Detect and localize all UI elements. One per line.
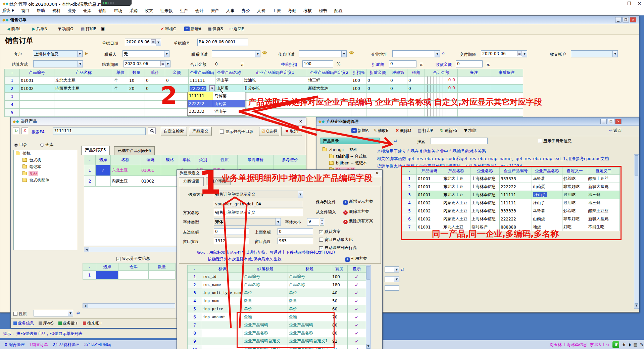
show-subclass-checkbox[interactable]: ✓显示分子类信息 [116,256,150,261]
table-row[interactable]: 3 ▼ [5,93,523,101]
product-define-button[interactable]: 产品定义 [189,127,212,136]
swap-icon[interactable]: ⇄ [394,138,397,143]
delete-all-plans-button[interactable]: ✕删除所有方案 [343,218,373,224]
menu-item[interactable]: 仓库 [83,8,91,14]
phone-icon[interactable]: ☎ [349,51,354,55]
menu-item[interactable]: 窗口 [21,8,30,14]
menu-item[interactable]: 资产 [211,8,219,14]
table-row[interactable]: 5 ▼ [5,109,523,117]
menu-item[interactable]: 工资 [273,8,281,14]
dropdown-item[interactable]: 333333 洋山芋 [188,108,245,115]
delete-button[interactable]: ✖删除D [396,128,411,134]
partial-combo[interactable]: ▼ [385,276,399,282]
customer-combo[interactable]: 上海林伞信息▼ [33,50,83,57]
tab-product-list[interactable]: 产品列表F5 [81,146,110,155]
menu-item[interactable]: 会计 [195,8,204,14]
minimize-icon[interactable]: ▁ [615,17,622,22]
menu-item[interactable]: 秘书 [319,8,327,14]
font-combo[interactable]: 宋体▼ [214,218,281,226]
table-row[interactable]: 4 01002 内蒙更大土豆 上海林伞信息 111111 洋山芋 过油吃 地三鲜 [402,199,620,207]
save-button[interactable]: ▦保存S [208,26,223,32]
new-plan-button[interactable]: +新增显示方案 [343,199,373,205]
add-button[interactable]: +新增A [351,128,368,134]
menu-item[interactable]: 销售 [98,8,107,14]
tab-user-fields[interactable]: 用户字段 [206,177,231,185]
read-from-file-button[interactable]: 从文件读入 [316,209,336,215]
tab-business-info[interactable]: 业务信息 [13,320,34,326]
menu-item[interactable]: 收支 [145,8,153,14]
close-icon[interactable]: ✕ [615,119,622,124]
phone-icon[interactable]: ☎ [262,51,267,55]
ime-logo[interactable]: S [612,341,619,348]
scroll-down-icon[interactable]: ▼ [366,344,370,349]
select-button[interactable]: ☑ O选择 [259,127,279,136]
home-icon[interactable]: ⌂ [442,51,445,55]
refresh-icon[interactable]: ↻ [13,128,19,134]
save-to-file-button[interactable]: 保存到文件 [316,199,336,205]
edit-button[interactable]: ✎修改E [374,128,389,134]
auto-maximize-checkbox[interactable]: 窗口自动最大化 [319,237,353,243]
tab-business-volume[interactable]: 业务量+ [58,320,78,326]
functions-button[interactable]: ▼功能O [58,26,73,32]
nature-checkbox[interactable]: 性质 [13,311,27,317]
add-button[interactable]: +新增A [184,26,201,32]
minimize-icon[interactable]: — [616,1,620,6]
close-icon[interactable]: ✕ [376,170,379,177]
address-combo[interactable]: ▼ [392,50,440,57]
ime-mode[interactable]: 五 [622,342,626,348]
search-icon[interactable] [148,128,156,134]
tree-item[interactable]: zhengji -- 整机 [320,146,371,153]
tree-item[interactable]: 食品 [14,170,77,177]
discount-field[interactable]: 100 [302,60,333,67]
calendar-icon[interactable]: ▦ [151,39,156,44]
tree-item[interactable]: 整机 [14,150,77,157]
tab-transactions[interactable]: 往来账+ [83,320,103,326]
table-row[interactable]: 1 01001 东北大土豆 上海林伞信息 333333 马铃薯 炒着吃 酸辣土豆… [402,175,620,183]
menu-item[interactable]: 生产 [180,8,188,14]
table-row[interactable]: 5 inp_price 单价 单价 60 ✓ [188,305,366,313]
next-doc-button[interactable]: ▶后单N [32,26,47,32]
top-coord-input[interactable]: 0 [278,228,313,235]
table-row[interactable]: 2 res_name 产品名称 产品名称 180 ✓ [188,281,366,289]
tree-item[interactable]: 笔记本 [14,163,77,170]
print-button[interactable]: ▤打印P [81,26,96,32]
taskbar-item[interactable]: 1销售订单 [29,342,48,348]
include-subdir-checkbox[interactable]: 显示包含子目录 [220,129,253,135]
cancel-button[interactable]: ✖ 取消 [281,127,302,136]
maximize-icon[interactable]: ❐ [608,119,614,124]
print-button[interactable]: ▤打印P [418,128,433,134]
custom-search-button[interactable]: 自定义检索 [161,127,187,136]
menu-item[interactable]: 资料 [52,8,60,14]
table-row[interactable]: 2 01001 东北大土豆 上海林伞信息 222222 山药蛋 非常好吃 新疆大… [402,183,620,191]
swap-icon[interactable]: ⇄ [401,267,404,272]
chevron-down-icon[interactable]: ▼ [156,39,161,46]
nature-combo[interactable]: ▼ [34,310,73,316]
menu-item[interactable]: 考勤 [288,8,296,14]
plan-name-input[interactable]: 销售订单单据显示定义 [214,209,303,216]
phone-combo[interactable]: ▼ [212,50,260,57]
tree-item[interactable]: bijiben -- 笔记本 [320,160,371,166]
vertical-scrollbar[interactable]: ▼ [366,265,371,349]
keyboard-icon[interactable]: ▦ [634,342,637,347]
menu-item[interactable]: 办公 [242,8,250,14]
scroll-down-icon[interactable]: ▼ [635,303,638,308]
table-row[interactable]: 10 企业产品编码自定义 企业产品编码自定义2 31 ✓ [188,345,366,349]
spinner-icon[interactable]: ▲▼ [320,218,324,226]
menu-item[interactable]: 系统 F [2,8,14,14]
menu-item[interactable]: 人资 [257,8,265,14]
swap-icon[interactable]: ⇄ [77,310,80,315]
menu-item[interactable]: 采购 [129,8,138,14]
chevron-down-icon[interactable]: ▼ [209,85,215,91]
table-row[interactable]: 6 inp_amount 金额 金额 70 ✓ [188,313,366,321]
doc-no-field[interactable]: BA-20-03-06-0001 [197,39,248,46]
enterprise-code-titlebar[interactable]: ◆◆ 产品企业编码管理 ▁ ❐ ✕ [316,117,639,126]
default-plan-checkbox[interactable]: ✓默认方案 [319,229,341,235]
close-icon[interactable]: ✕ [638,1,641,6]
account-combo[interactable]: ▼ [571,50,618,57]
sound-icon[interactable]: ◗ [629,342,631,347]
close-icon[interactable]: ✕ [299,119,302,124]
sales-order-titlebar[interactable]: ◆◆ 销售订单 ▁ ❐ ✕ [0,16,639,24]
table-row[interactable]: 8 企业产品名称 企业产品名称 80 ✓ [188,329,366,337]
window-width-input[interactable]: 1912 [214,238,249,244]
partial-combo[interactable]: ▼ [385,266,399,272]
